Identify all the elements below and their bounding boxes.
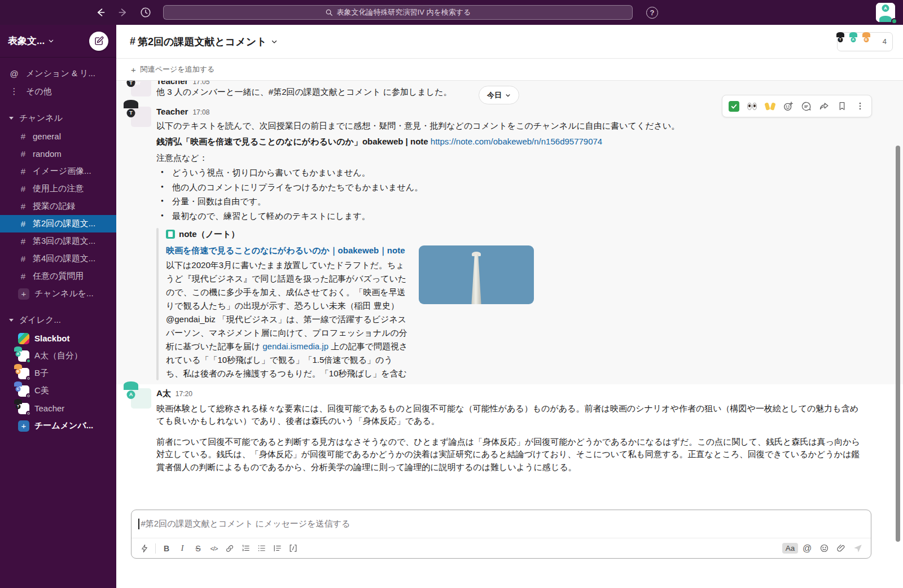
channel-label: 第2回の課題文... — [33, 218, 95, 229]
reaction-eyes-button[interactable] — [743, 97, 761, 115]
sidebar-channel-usage-notes[interactable]: #使用上の注意 — [0, 180, 116, 198]
message-paragraph: 前者について回復不可能であると判断する見方はなさそうなので、ひとまず論点は「身体… — [156, 436, 863, 474]
link-button[interactable] — [222, 541, 238, 556]
a-message[interactable]: A A太 17:20 映画体験として総称される様々な要素には、回復可能であるもの… — [116, 384, 903, 478]
more-actions-button[interactable] — [851, 97, 869, 115]
dm-item-slackbot[interactable]: Slackbot — [0, 330, 116, 347]
code-button[interactable]: </> — [206, 541, 222, 556]
date-divider-button[interactable]: 今日 — [479, 86, 519, 104]
arrow-right-icon — [117, 7, 129, 18]
vertical-scrollbar[interactable] — [896, 146, 900, 542]
add-channel-button[interactable]: + チャンネルを... — [0, 285, 116, 302]
sidebar-item-more[interactable]: ⋮ その他 — [0, 82, 116, 100]
add-canvas-tab[interactable]: + 関連ページを追加する — [116, 59, 903, 81]
show-formatting-button[interactable]: Aa — [782, 541, 798, 556]
aa-icon: Aa — [782, 543, 799, 554]
gendai-link[interactable]: gendai.ismedia.jp — [262, 341, 328, 351]
italic-button[interactable]: I — [174, 541, 190, 556]
sidebar-item-mentions[interactable]: @ メンション & リ... — [0, 64, 116, 82]
channel-label: 授業の記録 — [33, 201, 75, 212]
timestamp[interactable]: 17:05 — [192, 81, 209, 86]
dm-section-header[interactable]: ダイレク... — [0, 310, 116, 330]
sidebar-channel-questions[interactable]: #任意の質問用 — [0, 267, 116, 285]
attach-file-button[interactable] — [833, 541, 849, 556]
bold-button[interactable]: B — [159, 541, 174, 556]
channels-section-header[interactable]: チャンネル — [0, 108, 116, 128]
mention-button[interactable]: @ — [799, 541, 815, 556]
slack-app: 表象文化論特殊研究演習IV 内を検索する ? A 表象文... @ メンシ — [0, 0, 903, 588]
bullet-item: 最初なので、練習として軽めのテキストにします。 — [156, 210, 680, 223]
sender-name[interactable]: Teacher — [156, 107, 188, 116]
sidebar-channel-general[interactable]: #general — [0, 128, 116, 145]
hash-icon: # — [130, 36, 135, 47]
code-block-icon — [288, 543, 298, 553]
dm-item-teacher[interactable]: T Teacher — [0, 400, 116, 417]
reaction-check-button[interactable] — [725, 97, 743, 115]
invite-members-button[interactable]: + チームメンバ... — [0, 417, 116, 435]
sidebar-channel-session4[interactable]: #第4回の課題文... — [0, 250, 116, 267]
chevron-down-icon — [505, 93, 511, 98]
channel-members-button[interactable]: T A B 4 — [837, 32, 893, 51]
channel-title-button[interactable]: # 第2回の課題文献とコメント — [130, 35, 278, 49]
avatar[interactable]: A — [131, 388, 151, 409]
note-url-link[interactable]: https://note.com/obakeweb/n/n156d9577907… — [431, 137, 602, 146]
bulleted-list-button[interactable] — [253, 541, 269, 556]
share-message-button[interactable] — [815, 97, 833, 115]
sender-name[interactable]: Teacher — [156, 81, 188, 86]
back-button[interactable] — [93, 5, 108, 20]
workspace-name: 表象文... — [8, 34, 45, 47]
preview-title-link[interactable]: 映画を倍速で見ることのなにがわるいのか｜obakeweb｜note — [166, 245, 405, 255]
preview-thumbnail[interactable] — [419, 245, 534, 304]
sidebar-channel-random[interactable]: #random — [0, 145, 116, 163]
channel-label: 第3回の課題文... — [33, 236, 95, 247]
unfurl-bar — [156, 228, 159, 380]
dm-label: A太（自分） — [34, 350, 82, 361]
sidebar-channel-session3[interactable]: #第3回の課題文... — [0, 232, 116, 250]
search-input[interactable]: 表象文化論特殊研究演習IV 内を検索する — [163, 5, 633, 20]
sidebar-channel-class-records[interactable]: #授業の記録 — [0, 198, 116, 215]
presence-indicator — [26, 376, 31, 381]
bullet-item: どういう視点・切り口から書いてもかまいません。 — [156, 166, 680, 179]
teacher-message[interactable]: T Teacher 17:08 以下のテキストを読んで、次回授業日の前日までに感… — [116, 103, 903, 384]
save-message-button[interactable] — [833, 97, 851, 115]
share-arrow-icon — [819, 101, 830, 112]
bulleted-list-icon — [257, 543, 266, 553]
blockquote-button[interactable] — [269, 541, 285, 556]
ordered-list-button[interactable] — [238, 541, 253, 556]
triangle-down-icon — [9, 319, 14, 322]
help-button[interactable]: ? — [646, 7, 658, 19]
dm-item-b[interactable]: B B子 — [0, 365, 116, 382]
timestamp[interactable]: 17:20 — [176, 390, 192, 398]
forward-button[interactable] — [116, 5, 130, 20]
timestamp[interactable]: 17:08 — [192, 108, 209, 116]
workspace-header[interactable]: 表象文... — [0, 25, 116, 58]
avatar[interactable]: T — [131, 107, 151, 127]
sidebar-channel-session2-selected[interactable]: #第2回の課題文... — [0, 215, 116, 232]
hash-icon: # — [19, 166, 27, 176]
avatar[interactable]: TeacherT — [131, 81, 151, 96]
code-block-button[interactable] — [285, 541, 301, 556]
sidebar-channel-images[interactable]: #イメージ画像... — [0, 163, 116, 180]
sender-name[interactable]: A太 — [156, 388, 171, 399]
dm-item-c[interactable]: C C美 — [0, 382, 116, 400]
avatar: T — [18, 403, 29, 414]
reply-thread-button[interactable] — [797, 97, 815, 115]
message-paragraph: 映画体験として総称される様々な要素には、回復可能であるものと回復不可能な（可能性… — [156, 402, 863, 428]
dm-item-a-self[interactable]: A A太（自分） — [0, 347, 116, 365]
shortcuts-button[interactable] — [137, 541, 152, 556]
note-service-icon — [166, 230, 175, 239]
sidebar-item-label: メンション & リ... — [26, 68, 95, 79]
new-message-button[interactable] — [89, 32, 108, 51]
emoji-button[interactable] — [816, 541, 832, 556]
message-input[interactable]: #第2回の課題文献とコメント にメッセージを送信する — [131, 510, 871, 538]
bullet-item: 他の人のコメントにリプライをつけるかたちでもかまいません。 — [156, 181, 680, 194]
history-button[interactable] — [138, 5, 153, 20]
strikethrough-button[interactable]: S — [190, 541, 206, 556]
channel-label: 第4回の課題文... — [33, 253, 95, 264]
reaction-raised-hands-button[interactable] — [761, 97, 779, 115]
send-button[interactable] — [850, 541, 866, 556]
add-reaction-button[interactable] — [779, 97, 797, 115]
avatar: B — [18, 368, 29, 379]
add-canvas-label: 関連ページを追加する — [141, 64, 215, 74]
user-avatar[interactable]: A — [876, 3, 895, 22]
